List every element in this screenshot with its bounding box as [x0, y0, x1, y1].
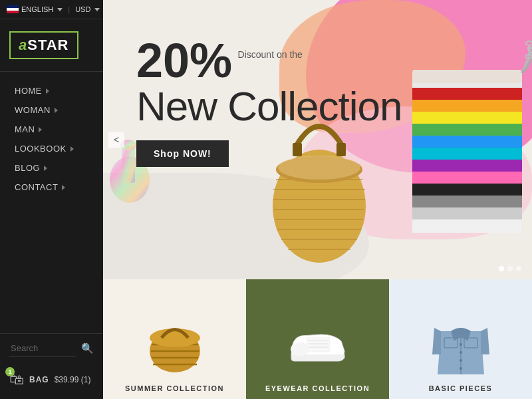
svg-point-51 [460, 367, 462, 370]
cart-icon-wrapper: 1 🛍 [9, 371, 24, 388]
nav-item-lookbook[interactable]: LOOKBOOK [0, 139, 103, 158]
collection-summer[interactable]: SUMMER COLLECTION [103, 279, 246, 399]
hero-bag-right [399, 33, 532, 259]
nav-menu: HOME WOMAN MAN LOOKBOOK BLOG CONTACT [0, 72, 103, 333]
svg-point-44 [291, 342, 309, 356]
cart-price: $39.99 (1) [55, 375, 91, 384]
nav-arrow-lookbook [70, 146, 74, 152]
svg-rect-26 [412, 184, 522, 196]
svg-rect-22 [412, 136, 522, 148]
currency-selector[interactable]: USD [75, 5, 90, 13]
hero-discount-label: Discount on the [238, 49, 303, 62]
top-bar: ENGLISH | USD [0, 0, 103, 19]
svg-rect-25 [412, 172, 522, 184]
summer-collection-image [103, 298, 246, 391]
svg-rect-28 [412, 207, 522, 219]
eyewear-collection-image [246, 298, 389, 391]
hero-dots [499, 266, 521, 271]
collection-basic[interactable]: BASIC PIECES [389, 279, 532, 399]
svg-rect-40 [307, 337, 330, 352]
currency-chevron[interactable] [94, 8, 100, 11]
svg-point-33 [526, 41, 532, 45]
svg-rect-20 [412, 112, 522, 124]
basic-collection-image [389, 298, 532, 391]
svg-rect-24 [412, 160, 522, 172]
basic-collection-label: BASIC PIECES [429, 384, 493, 392]
nav-arrow-woman [55, 108, 58, 113]
main-content: 20% Discount on the New Collection Shop … [103, 0, 532, 399]
nav-item-man[interactable]: MAN [0, 120, 103, 139]
svg-point-50 [460, 359, 462, 362]
nav-item-blog[interactable]: BLOG [0, 158, 103, 178]
language-chevron[interactable] [57, 8, 63, 11]
hero-banner: 20% Discount on the New Collection Shop … [103, 0, 532, 279]
search-area: 🔍 [0, 333, 103, 363]
summer-collection-label: SUMMER COLLECTION [125, 384, 224, 392]
nav-arrow-home [46, 88, 49, 94]
dot-2[interactable] [507, 266, 513, 271]
sidebar: ENGLISH | USD aSTAR HOME WOMAN MAN LOOKB… [0, 0, 103, 399]
cart-area[interactable]: 1 🛍 BAG $39.99 (1) [0, 363, 103, 399]
language-selector[interactable]: ENGLISH [21, 5, 53, 13]
svg-rect-19 [412, 100, 522, 112]
nav-arrow-contact [62, 185, 65, 190]
search-button[interactable]: 🔍 [78, 341, 96, 356]
hero-text: 20% Discount on the New Collection Shop … [136, 37, 402, 167]
svg-rect-21 [412, 124, 522, 136]
nav-arrow-blog [44, 166, 47, 171]
shop-now-button[interactable]: Shop NOW! [136, 140, 229, 167]
dot-1[interactable] [499, 266, 504, 271]
collection-eyewear[interactable]: EYEWEAR COLLECTION [246, 279, 389, 399]
svg-point-49 [460, 351, 462, 354]
svg-rect-18 [412, 88, 522, 100]
svg-rect-1 [122, 146, 135, 183]
flag-icon [7, 5, 19, 13]
eyewear-collection-label: EYEWEAR COLLECTION [265, 384, 370, 392]
hero-prev-button[interactable]: < [108, 132, 124, 148]
cart-badge: 1 [5, 367, 15, 376]
nav-item-contact[interactable]: CONTACT [0, 178, 103, 197]
svg-point-48 [460, 343, 462, 346]
nav-arrow-man [39, 127, 42, 132]
svg-rect-29 [412, 219, 522, 233]
nav-item-woman[interactable]: WOMAN [0, 100, 103, 120]
svg-rect-30 [412, 70, 522, 83]
logo-a: a [19, 37, 27, 53]
hero-percent: 20% [136, 34, 232, 87]
logo-text: aSTAR [19, 37, 69, 53]
search-input[interactable] [9, 340, 76, 356]
cart-label: BAG [29, 375, 49, 384]
hero-headline: New Collection [136, 86, 402, 127]
logo-area: aSTAR [0, 19, 103, 72]
nav-item-home[interactable]: HOME [0, 81, 103, 100]
svg-rect-27 [412, 196, 522, 207]
svg-point-39 [150, 329, 200, 347]
collections-row: SUMMER COLLECTION [103, 279, 532, 399]
logo[interactable]: aSTAR [9, 31, 78, 59]
svg-rect-23 [412, 148, 522, 160]
dot-3[interactable] [516, 266, 521, 271]
